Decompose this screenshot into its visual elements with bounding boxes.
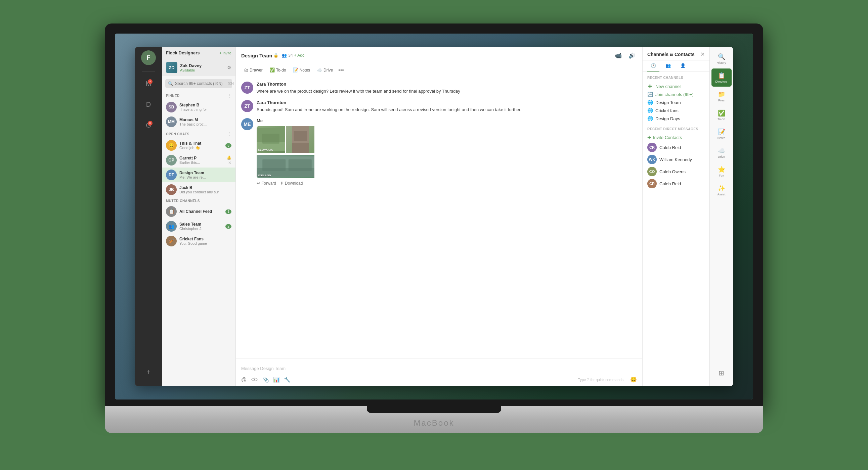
contact-caleb-reid-2[interactable]: CR Caleb Reid xyxy=(647,177,705,190)
rail-fav[interactable]: ⭐ Fav xyxy=(711,163,732,180)
video-call-button[interactable]: 📹 xyxy=(613,51,623,60)
rail-g-badge: 8 xyxy=(148,121,153,126)
rail-grid-button[interactable]: ⊞ xyxy=(711,364,732,382)
join-channel-icon: 🔄 xyxy=(647,92,653,97)
drawer-button[interactable]: 🗂 Drawer xyxy=(241,66,266,74)
rail-assist[interactable]: ✨ Assist xyxy=(711,181,732,199)
forward-button[interactable]: ↩ Forward xyxy=(257,181,276,186)
msg-content-2: Zara Thornton Sounds good! Sam and Irene… xyxy=(257,100,637,113)
download-button[interactable]: ⬇ Download xyxy=(280,181,303,186)
all-channel-meta: 1 xyxy=(225,209,231,214)
svg-rect-8 xyxy=(262,159,285,171)
drive-rail-label: Drive xyxy=(718,155,725,159)
msg-author-3: Me xyxy=(257,118,263,123)
drive-button[interactable]: ☁️ Drive xyxy=(314,66,336,74)
invite-label: Invite Contacts xyxy=(653,135,682,140)
panel-close-icon[interactable]: ✕ xyxy=(701,51,705,58)
invite-button[interactable]: + Invite xyxy=(219,51,231,55)
members-info: 👥 34 + Add xyxy=(282,53,304,58)
chat-item-design-team[interactable]: DT Design Team Me: We are re... xyxy=(162,168,236,182)
me-avatar: ME xyxy=(241,118,253,130)
collage-text-1: SLOVAKIA xyxy=(258,148,273,152)
invite-contacts-button[interactable]: ✚ Invite Contacts xyxy=(647,134,682,141)
tab-channels[interactable]: 👥 xyxy=(662,60,674,71)
message-group-3: ME Me xyxy=(241,118,637,186)
new-channel-name: New channel xyxy=(655,84,705,89)
search-input[interactable] xyxy=(175,81,225,86)
muted-all-channel[interactable]: 📋 All Channel Feed 1 xyxy=(162,204,236,219)
join-channels-item[interactable]: 🔄 Join channels (99+) xyxy=(647,90,705,98)
add-members-button[interactable]: + Add xyxy=(294,53,305,58)
chat-item-jack[interactable]: JB Jack B Did you conduct any sur xyxy=(162,182,236,197)
tab-recent[interactable]: 🕐 xyxy=(647,60,659,71)
chat-item-this-that[interactable]: 😊 This & That Good job 👏 8 xyxy=(162,138,236,153)
panel-content: RECENT CHANNELS ✚ New channel 🔄 Join cha… xyxy=(643,72,709,386)
all-channel-name: All Channel Feed xyxy=(179,209,223,214)
msg-content-3: Me SLOVAKIA xyxy=(257,118,637,186)
drive-rail-icon: ☁️ xyxy=(718,147,725,155)
cricket-fans-channel-icon: 🌐 xyxy=(647,108,653,113)
pinned-more-icon[interactable]: ⋮ xyxy=(227,93,231,98)
svg-rect-9 xyxy=(288,159,312,171)
rail-item-g[interactable]: G 8 xyxy=(138,115,159,135)
workspace-avatar[interactable]: F xyxy=(141,51,156,65)
contact-caleb-reid-1[interactable]: CR Caleb Reid xyxy=(647,141,705,154)
code-icon[interactable]: </> xyxy=(251,377,258,383)
download-icon: ⬇ xyxy=(280,181,283,186)
drive-icon: ☁️ xyxy=(317,67,322,72)
stephen-avatar: SB xyxy=(166,102,177,112)
design-days-channel-icon: 🌐 xyxy=(647,116,653,121)
pinned-item-marcus[interactable]: MM Marcus M The basic proc... xyxy=(162,114,236,129)
rail-history[interactable]: 🔍 History xyxy=(711,50,732,68)
design-team-avatar: DT xyxy=(166,170,177,180)
tab-contacts[interactable]: 👤 xyxy=(677,60,689,71)
toolbar-more-icon[interactable]: ••• xyxy=(338,67,344,73)
gear-icon[interactable]: ⚙ xyxy=(227,65,231,70)
attachment-icon[interactable]: 📎 xyxy=(262,376,269,383)
user-profile-row: ZD Zak Davey Available ⚙ xyxy=(162,59,236,76)
open-chats-more[interactable]: ⋮ xyxy=(227,131,231,137)
muted-sales-team[interactable]: 👥 Sales Team Christopher J: 2 xyxy=(162,219,236,234)
message-input[interactable] xyxy=(241,362,637,374)
design-team-name: Design Team xyxy=(179,171,231,175)
forward-icon: ↩ xyxy=(257,181,260,186)
msg-header-2: Zara Thornton xyxy=(257,100,637,105)
user-name: Zak Davey xyxy=(180,63,224,68)
user-status: Available xyxy=(180,68,224,72)
panel-tabs: 🕐 👥 👤 xyxy=(643,60,709,72)
this-that-badge: 8 xyxy=(225,143,231,148)
search-bar[interactable]: 🔍 ⌘N + xyxy=(165,79,232,88)
new-channel-item[interactable]: ✚ New channel xyxy=(647,82,705,90)
rail-item-more[interactable]: + xyxy=(138,362,159,382)
rail-todo[interactable]: ✅ To-do xyxy=(711,106,732,124)
rail-item-d[interactable]: D xyxy=(138,94,159,114)
files-label: Files xyxy=(718,99,724,102)
muted-cricket-fans[interactable]: 🏏 Cricket Fans You: Good game xyxy=(162,234,236,248)
channel-cricket-fans[interactable]: 🌐 Cricket fans xyxy=(647,106,705,114)
chat-item-garrett[interactable]: GP Garrett P Earlier this... 🔔 ✕ xyxy=(162,153,236,168)
sales-team-preview: Christopher J: xyxy=(179,227,223,231)
emoji-icon[interactable]: 😊 xyxy=(630,376,637,383)
rail-files[interactable]: 📁 Files xyxy=(711,87,732,105)
notes-button[interactable]: 📝 Notes xyxy=(290,66,313,74)
audio-call-button[interactable]: 🔊 xyxy=(627,51,637,60)
rail-directory[interactable]: 📋 Directory xyxy=(711,68,732,87)
marcus-name: Marcus M xyxy=(179,118,231,122)
chart-icon[interactable]: 📊 xyxy=(273,376,280,383)
at-icon[interactable]: @ xyxy=(241,377,247,383)
garrett-mute-icon: 🔔 xyxy=(227,156,231,160)
contact-caleb-owens[interactable]: CO Caleb Owens xyxy=(647,166,705,177)
pinned-section-header: PINNED ⋮ xyxy=(162,91,236,100)
garrett-close-icon[interactable]: ✕ xyxy=(228,161,231,165)
apps-icon[interactable]: 🔧 xyxy=(284,376,290,383)
channel-design-team[interactable]: 🌐 Design Team xyxy=(647,98,705,106)
contact-william-kennedy[interactable]: WK William Kennedy xyxy=(647,154,705,166)
todo-rail-icon: ✅ xyxy=(718,109,725,117)
rail-drive[interactable]: ☁️ Drive xyxy=(711,144,732,162)
message-group-1: ZT Zara Thornton where are we on the pro… xyxy=(241,81,637,95)
rail-notes[interactable]: 📝 Notes xyxy=(711,125,732,143)
channel-design-days[interactable]: 🌐 Design Days xyxy=(647,114,705,123)
pinned-item-stephen[interactable]: SB Stephen B I have a thing for xyxy=(162,100,236,114)
rail-item-m[interactable]: M 4 xyxy=(138,73,159,94)
todo-button[interactable]: ✅ To-do xyxy=(267,66,289,74)
